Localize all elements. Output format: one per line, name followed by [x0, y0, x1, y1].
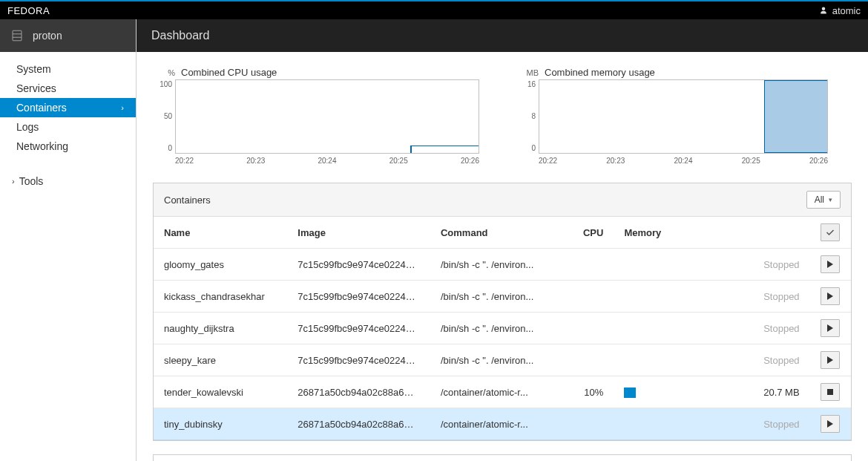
cpu-plot [175, 79, 479, 154]
memory-chart-title: Combined memory usage [545, 67, 655, 78]
user-icon [819, 6, 828, 15]
cell-memory-value: Stopped [673, 249, 809, 281]
play-icon [826, 292, 834, 300]
cpu-chart: % Combined CPU usage 100 50 0 [153, 67, 479, 168]
play-icon [826, 261, 834, 268]
cpu-chart-title: Combined CPU usage [181, 67, 277, 78]
cell-cpu: 10% [572, 376, 614, 408]
stop-icon [826, 388, 834, 396]
cell-memory-bar [614, 376, 673, 408]
containers-panel: Containers All ▾ Name Image Command CPU … [153, 183, 852, 441]
check-icon [826, 228, 835, 237]
table-row[interactable]: kickass_chandrasekhar7c15c99fbc9e974ce02… [154, 281, 851, 313]
select-all-button[interactable] [821, 223, 840, 241]
th-command[interactable]: Command [430, 217, 572, 249]
play-button[interactable] [821, 319, 840, 337]
cell-memory-bar [614, 281, 673, 313]
sidebar-item-label: Networking [16, 140, 68, 152]
topbar: FEDORA atomic [0, 1, 868, 19]
cell-command: /container/atomic-r... [430, 376, 572, 408]
table-row[interactable]: tender_kowalevski26871a50cb94a02c88a63c.… [154, 376, 851, 408]
cpu-chart-unit: % [153, 68, 175, 77]
brand-label: FEDORA [7, 5, 50, 16]
cell-name: tiny_dubinsky [154, 408, 287, 440]
cell-command: /bin/sh -c ". /environ... [430, 281, 572, 313]
sidebar-group-label: Tools [19, 175, 44, 187]
play-button[interactable] [821, 351, 840, 369]
cell-memory-value: Stopped [673, 281, 809, 313]
sidebar-item-label: Services [16, 82, 56, 94]
cell-memory-bar [614, 344, 673, 376]
cell-command: /bin/sh -c ". /environ... [430, 249, 572, 281]
cell-cpu [572, 344, 614, 376]
cell-name: tender_kowalevski [154, 376, 287, 408]
cell-memory-value: Stopped [673, 313, 809, 344]
chevron-right-icon: › [12, 177, 15, 186]
sidebar-item-label: Logs [16, 121, 39, 133]
cell-memory-bar [614, 313, 673, 344]
memory-chart: MB Combined memory usage 16 8 0 [516, 67, 828, 168]
sidebar-item-containers[interactable]: Containers› [0, 98, 136, 117]
caret-down-icon: ▾ [829, 196, 832, 203]
play-button[interactable] [821, 255, 840, 273]
user-label: atomic [832, 5, 861, 16]
chevron-right-icon: › [121, 103, 124, 112]
table-row[interactable]: naughty_dijkstra7c15c99fbc9e974ce022452.… [154, 313, 851, 344]
table-row[interactable]: sleepy_kare7c15c99fbc9e974ce022452.../bi… [154, 344, 851, 376]
play-icon [826, 420, 834, 428]
cell-image: 7c15c99fbc9e974ce022452... [287, 281, 430, 313]
th-memory[interactable]: Memory [614, 217, 673, 249]
cell-command: /container/atomic-r... [430, 408, 572, 440]
play-button[interactable] [821, 287, 840, 305]
cell-memory-bar [614, 408, 673, 440]
sidebar-item-label: System [16, 63, 51, 75]
cell-image: 7c15c99fbc9e974ce022452... [287, 344, 430, 376]
cell-image: 26871a50cb94a02c88a63c... [287, 408, 430, 440]
sidebar-item-networking[interactable]: Networking [0, 137, 136, 156]
memory-chart-unit: MB [516, 68, 539, 77]
cell-cpu [572, 281, 614, 313]
containers-filter-label: All [815, 194, 824, 205]
cell-cpu [572, 249, 614, 281]
sidebar-host-label: proton [33, 30, 62, 42]
memory-xaxis: 20:22 20:23 20:24 20:25 20:26 [539, 154, 828, 168]
sidebar-item-logs[interactable]: Logs [0, 117, 136, 137]
cpu-xaxis: 20:22 20:23 20:24 20:25 20:26 [175, 154, 479, 168]
cell-name: naughty_dijkstra [154, 313, 287, 344]
containers-heading: Containers [164, 194, 211, 206]
sidebar: proton SystemServicesContainers›LogsNetw… [0, 19, 137, 461]
sidebar-item-system[interactable]: System [0, 59, 136, 79]
play-button[interactable] [821, 415, 840, 433]
sidebar-item-services[interactable]: Services [0, 79, 136, 98]
th-image[interactable]: Image [287, 217, 430, 249]
table-row[interactable]: gloomy_gates7c15c99fbc9e974ce022452.../b… [154, 249, 851, 281]
nav: SystemServicesContainers›LogsNetworking [0, 52, 136, 163]
cell-image: 7c15c99fbc9e974ce022452... [287, 313, 430, 344]
table-row[interactable]: tiny_dubinsky26871a50cb94a02c88a63c.../c… [154, 408, 851, 440]
page-title: Dashboard [151, 29, 209, 42]
page-header: Dashboard [137, 19, 868, 52]
containers-filter-dropdown[interactable]: All ▾ [806, 191, 841, 209]
sidebar-item-label: Containers [16, 102, 67, 114]
stop-button[interactable] [821, 383, 840, 401]
th-cpu[interactable]: CPU [572, 217, 614, 249]
cell-name: kickass_chandrasekhar [154, 281, 287, 313]
svg-rect-0 [13, 30, 22, 41]
svg-rect-3 [827, 389, 833, 395]
content: Dashboard % Combined CPU usage 100 50 0 [137, 19, 868, 461]
sidebar-group-tools[interactable]: › Tools [0, 171, 136, 192]
cell-memory-value: 20.7 MB [673, 376, 809, 408]
cell-image: 7c15c99fbc9e974ce022452... [287, 249, 430, 281]
cell-image: 26871a50cb94a02c88a63c... [287, 376, 430, 408]
sidebar-host[interactable]: proton [0, 19, 136, 52]
cell-command: /bin/sh -c ". /environ... [430, 344, 572, 376]
play-icon [826, 356, 834, 364]
th-name[interactable]: Name [154, 217, 287, 249]
containers-table: Name Image Command CPU Memory [154, 217, 851, 440]
storage-panel: Storage space 3.396 GB / 22.5 GB [153, 454, 852, 461]
cell-memory-value: Stopped [673, 408, 809, 440]
user-menu[interactable]: atomic [819, 5, 861, 16]
memory-yaxis: 16 8 0 [516, 79, 539, 154]
cpu-yaxis: 100 50 0 [153, 79, 175, 154]
server-icon [10, 29, 24, 42]
